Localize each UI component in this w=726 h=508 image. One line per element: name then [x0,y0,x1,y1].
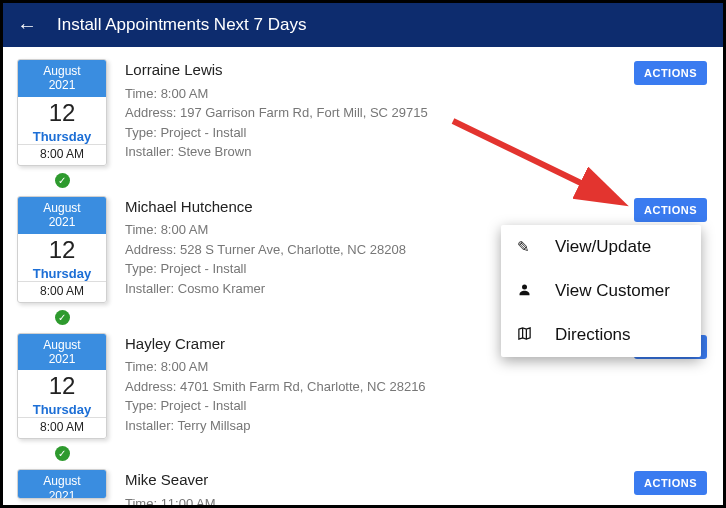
map-icon [517,326,539,344]
date-weekday: Thursday [18,402,106,417]
date-weekday: Thursday [18,266,106,281]
date-month: August [18,64,106,78]
user-icon [517,282,539,300]
type-line: Type: Project - Install [125,396,709,416]
appointment-item: August 2021 12 Thursday 8:00 AM ✓ Lorrai… [3,55,723,192]
page-title: Install Appointments Next 7 Days [57,15,306,35]
check-circle-icon: ✓ [55,310,70,325]
menu-label: View/Update [555,237,651,257]
menu-directions[interactable]: Directions [501,313,701,357]
appointment-details: Mike Seaver Time: 11:00 AM [107,469,709,508]
actions-button[interactable]: ACTIONS [634,471,707,495]
date-month: August [18,201,106,215]
date-month-year: August 2021 [18,197,106,234]
installer-line: Installer: Steve Brown [125,142,709,162]
customer-name: Michael Hutchence [125,196,709,219]
date-weekday: Thursday [18,129,106,144]
status-row: ✓ [17,307,107,325]
date-card: August 2021 12 Thursday 8:00 AM [17,59,107,166]
date-column: August 2021 [17,469,107,508]
date-month-year: August 2021 [18,470,106,499]
date-day: 12 [18,370,106,402]
date-card: August 2021 12 Thursday 8:00 AM [17,196,107,303]
date-year: 2021 [18,352,106,366]
date-month: August [18,474,106,488]
customer-name: Lorraine Lewis [125,59,709,82]
customer-name: Mike Seaver [125,469,709,492]
menu-view-customer[interactable]: View Customer [501,269,701,313]
date-time: 8:00 AM [18,417,106,438]
date-month-year: August 2021 [18,334,106,371]
actions-button[interactable]: ACTIONS [634,61,707,85]
edit-icon: ✎ [517,238,539,256]
time-line: Time: 8:00 AM [125,84,709,104]
svg-point-0 [522,285,527,290]
menu-label: Directions [555,325,631,345]
time-line: Time: 11:00 AM [125,494,709,508]
check-circle-icon: ✓ [55,446,70,461]
address-line: Address: 4701 Smith Farm Rd, Charlotte, … [125,377,709,397]
date-card: August 2021 [17,469,107,499]
date-column: August 2021 12 Thursday 8:00 AM ✓ [17,333,107,462]
appointment-item: August 2021 Mike Seaver Time: 11:00 AM A… [3,465,723,508]
app-header: ← Install Appointments Next 7 Days [3,3,723,47]
appointment-details: Lorraine Lewis Time: 8:00 AM Address: 19… [107,59,709,188]
actions-button[interactable]: ACTIONS [634,198,707,222]
status-row: ✓ [17,170,107,188]
date-year: 2021 [18,489,106,500]
status-row: ✓ [17,443,107,461]
menu-label: View Customer [555,281,670,301]
date-month-year: August 2021 [18,60,106,97]
date-time: 8:00 AM [18,144,106,165]
type-line: Type: Project - Install [125,123,709,143]
date-day: 12 [18,234,106,266]
back-arrow-icon[interactable]: ← [17,14,37,37]
time-line: Time: 8:00 AM [125,357,709,377]
address-line: Address: 197 Garrison Farm Rd, Fort Mill… [125,103,709,123]
date-year: 2021 [18,215,106,229]
check-circle-icon: ✓ [55,173,70,188]
menu-view-update[interactable]: ✎ View/Update [501,225,701,269]
date-card: August 2021 12 Thursday 8:00 AM [17,333,107,440]
date-day: 12 [18,97,106,129]
date-column: August 2021 12 Thursday 8:00 AM ✓ [17,59,107,188]
installer-line: Installer: Terry Millsap [125,416,709,436]
date-column: August 2021 12 Thursday 8:00 AM ✓ [17,196,107,325]
date-year: 2021 [18,78,106,92]
date-month: August [18,338,106,352]
actions-menu: ✎ View/Update View Customer Directions [501,225,701,357]
date-time: 8:00 AM [18,281,106,302]
